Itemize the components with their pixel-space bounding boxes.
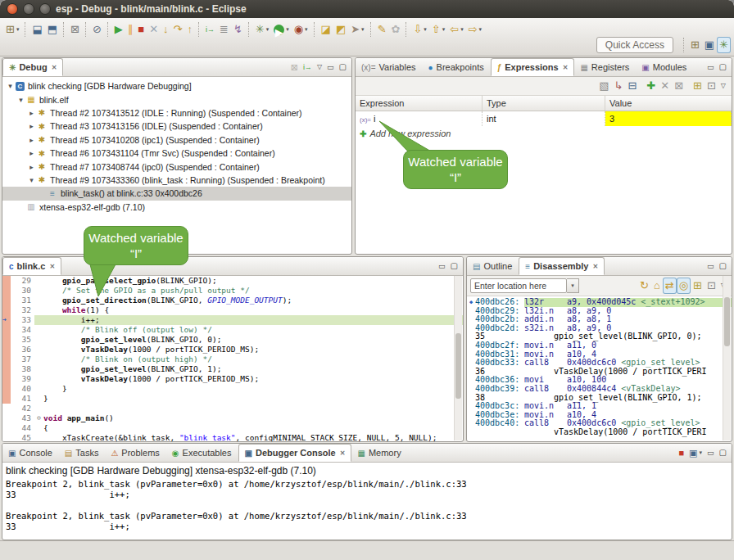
resume-icon[interactable]: ▶ (112, 21, 125, 38)
debug-tree-item[interactable]: ▾Cblink checking [GDB Hardware Debugging… (2, 79, 351, 93)
step-over-icon[interactable]: ↷ (171, 21, 185, 38)
tree-expander-icon[interactable]: ▸ (27, 149, 36, 157)
column-value[interactable]: Value (605, 96, 732, 111)
editor-scrollbar[interactable] (454, 276, 462, 440)
location-input[interactable]: Enter location here (470, 278, 567, 293)
debug-tree-item[interactable]: ▸✱Thread #3 1073413156 (IDLE) (Suspended… (2, 120, 351, 133)
view-menu-icon[interactable]: ▽ (315, 59, 324, 75)
refresh-icon[interactable]: ↻ (637, 278, 651, 294)
run-launch-icon[interactable]: ▶▾ (271, 21, 292, 38)
close-tab-icon[interactable]: ✕ (592, 263, 598, 270)
debug-tree-item[interactable]: ▸✱Thread #7 1073408744 (ipc0) (Suspended… (2, 160, 351, 173)
terminate-icon[interactable]: ■ (135, 21, 147, 38)
tab-tasks[interactable]: ▤Tasks (59, 444, 106, 462)
home-icon[interactable]: ⌂ (651, 278, 663, 294)
terminate-console-icon[interactable]: ■ (676, 445, 686, 461)
instruction-stepping-icon[interactable]: i→ (203, 21, 217, 38)
expression-row[interactable]: (x)=i int 3 (356, 111, 732, 126)
cpp-perspective-icon[interactable]: ▣ (702, 37, 717, 53)
save-icon[interactable]: ⬓ (29, 21, 44, 38)
tab-breakpoints[interactable]: ●Breakpoints (423, 58, 491, 76)
close-tab-icon[interactable]: ✕ (49, 263, 55, 270)
debug-tree-item[interactable]: ▸✱Thread #2 1073413512 (IDLE : Running) … (2, 106, 351, 120)
step-return-icon[interactable]: ↑ (185, 21, 196, 38)
skip-all-breakpoints-icon[interactable]: ⊘ (90, 21, 104, 38)
track-expression-icon[interactable]: ◎ (677, 278, 691, 294)
add-new-expression[interactable]: ✚ Add new expression (356, 126, 732, 141)
tab-disassembly[interactable]: ≡Disassembly✕ (519, 257, 605, 275)
disassembly-scrollbar[interactable] (723, 276, 731, 440)
trace-control-icon[interactable]: ↯ (231, 21, 245, 38)
maximize-icon[interactable]: ▢ (717, 258, 729, 274)
fold-icon[interactable]: ⊖ (34, 413, 43, 423)
show-type-names-icon[interactable]: ▧ (596, 78, 611, 94)
debug-perspective-icon[interactable]: ✳ (717, 37, 731, 53)
open-perspective-icon[interactable]: ⊞ (688, 37, 702, 53)
tree-expander-icon[interactable]: ▸ (27, 122, 36, 130)
tab-outline[interactable]: ▤Outline (467, 257, 519, 275)
remove-all-terminated-icon[interactable]: ⊠ (288, 59, 301, 75)
sync-with-active-context-icon[interactable]: ⇄ (663, 278, 677, 294)
collapse-all-icon[interactable]: ⊟ (625, 78, 639, 94)
maximize-icon[interactable]: ▢ (717, 59, 729, 75)
open-resource-icon[interactable]: ◩ (333, 21, 348, 38)
close-tab-icon[interactable]: ✕ (340, 449, 346, 457)
tab-expressions[interactable]: ƒExpressions✕ (491, 58, 575, 76)
maximize-icon[interactable]: ▢ (448, 258, 460, 274)
tab-blink-c[interactable]: cblink.c✕ (2, 257, 61, 275)
disassembly-listing[interactable]: ◆400dbc26:l32r a9, 0x400d045c <_stext+10… (467, 296, 732, 437)
back-icon[interactable]: ⇦▾ (447, 21, 465, 38)
debug-tree-item[interactable]: ▾▦blink.elf (2, 93, 351, 106)
debug-tree-item[interactable]: ≡blink_task() at blink.c:33 0x400dbc26 (2, 187, 351, 200)
tree-expander-icon[interactable]: ▾ (16, 96, 25, 104)
last-edit-location-icon[interactable]: ⇩▾ (410, 21, 428, 38)
step-into-icon[interactable]: ↓ (161, 21, 171, 38)
new-wizard-icon[interactable]: ⊞▾ (3, 21, 21, 38)
maximize-window-button[interactable] (39, 3, 51, 15)
show-logical-structure-icon[interactable]: ↳ (612, 78, 626, 94)
instruction-stepping-mode-icon[interactable]: i→ (301, 59, 315, 75)
minimize-icon[interactable]: ▭ (436, 258, 448, 274)
debug-tree-item[interactable]: ▥xtensa-esp32-elf-gdb (7.10) (2, 201, 351, 214)
suspend-icon[interactable]: ∥ (125, 21, 136, 38)
go-into-icon[interactable]: ⇧▾ (429, 21, 447, 38)
pin-view-icon[interactable]: ⊡ (705, 78, 718, 94)
launch-search-icon[interactable]: ➤▾ (348, 21, 366, 38)
close-tab-icon[interactable]: ✕ (563, 64, 569, 71)
minimize-icon[interactable]: ▭ (705, 445, 717, 461)
new-view-icon[interactable]: ⊞ (691, 78, 705, 94)
add-expression-icon[interactable]: ✚ (644, 78, 658, 94)
remove-all-expressions-icon[interactable]: ⊠ (672, 78, 686, 94)
tab-debug[interactable]: ✳Debug✕ (2, 58, 63, 76)
tab-executables[interactable]: ◉Executables (166, 444, 238, 462)
column-expression[interactable]: Expression (356, 96, 483, 111)
minimize-window-button[interactable] (23, 3, 34, 15)
tree-expander-icon[interactable]: ▸ (27, 109, 36, 117)
debug-tree-item[interactable]: ▸✱Thread #5 1073410208 (ipc1) (Suspended… (2, 133, 351, 147)
quick-access-button[interactable]: Quick Access (596, 37, 673, 53)
external-tools-icon[interactable]: ◉▾ (292, 21, 310, 38)
tree-expander-icon[interactable]: ▸ (27, 163, 36, 171)
disconnect-icon[interactable]: ✕ (147, 21, 161, 38)
tab-registers[interactable]: ▦Registers (574, 58, 636, 76)
tab-modules[interactable]: ▣Modules (636, 58, 693, 76)
maximize-icon[interactable]: ▢ (337, 59, 349, 75)
column-type[interactable]: Type (483, 96, 605, 111)
location-dropdown-icon[interactable]: ▾ (567, 278, 579, 293)
debug-tree-item[interactable]: ▸✱Thread #6 1073431104 (Tmr Svc) (Suspen… (2, 147, 351, 160)
build-all-icon[interactable]: ⊠ (68, 21, 82, 38)
new-view-icon[interactable]: ⊞ (691, 278, 705, 294)
tab-variables[interactable]: (x)=Variables (356, 58, 423, 76)
tab-memory[interactable]: ▦Memory (351, 444, 407, 462)
debug-tree-item[interactable]: ▾✱Thread #9 1073433360 (blink_task : Run… (2, 174, 351, 187)
debug-launch-icon[interactable]: ✳▾ (253, 21, 271, 38)
show-source-lookup-icon[interactable]: ≣ (217, 21, 231, 38)
close-tab-icon[interactable]: ✕ (52, 64, 57, 71)
tab-problems[interactable]: ⚠Problems (105, 444, 165, 462)
tree-expander-icon[interactable]: ▾ (27, 176, 36, 184)
format-clean-icon[interactable]: ✎ (375, 21, 389, 38)
tree-expander-icon[interactable]: ▾ (6, 82, 15, 90)
tab-console[interactable]: ▣Console (2, 444, 59, 462)
display-selected-console-icon[interactable]: ▣▾ (686, 445, 705, 461)
minimize-icon[interactable]: ▭ (705, 258, 717, 274)
